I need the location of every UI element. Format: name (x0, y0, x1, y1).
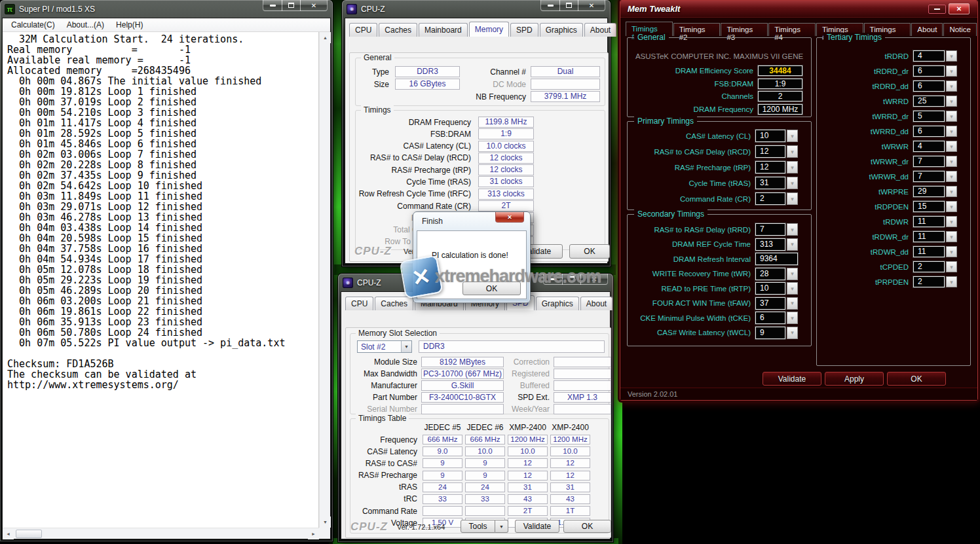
cpuz-tab[interactable]: SPD (510, 23, 538, 37)
timing-value-input[interactable]: 4 (913, 50, 945, 62)
maximize-button[interactable] (559, 0, 578, 11)
scroll-down-icon[interactable] (320, 517, 331, 528)
apply-button[interactable]: Apply (825, 372, 884, 386)
maximize-button[interactable] (282, 0, 301, 11)
timing-value-input[interactable]: 2 (755, 192, 785, 205)
spinner-down-icon[interactable] (946, 81, 957, 92)
menu-item[interactable]: Help(H) (110, 19, 149, 31)
timing-value-input[interactable]: 6 (913, 81, 945, 92)
timing-value-input[interactable]: 2 (913, 276, 945, 287)
spinner-down-icon[interactable] (787, 238, 798, 251)
timing-value-input[interactable]: 6 (755, 312, 785, 324)
timing-value-input[interactable]: 313 (755, 238, 785, 251)
cpuz-tab[interactable]: CPU (345, 297, 373, 310)
memtweakit-tab[interactable]: Notice (943, 23, 977, 36)
timing-value-input[interactable]: 11 (913, 246, 945, 257)
maximize-button[interactable] (562, 274, 581, 285)
spinner-down-icon[interactable] (946, 156, 957, 167)
memtweakit-tab[interactable]: Timings #2 (673, 23, 721, 36)
timing-value-input[interactable]: 6 (913, 65, 945, 77)
timing-value-input[interactable]: 9 (755, 327, 785, 339)
timing-value-input[interactable]: 11 (913, 231, 945, 242)
spinner-down-icon[interactable] (946, 126, 957, 137)
timing-value-input[interactable]: 5 (913, 111, 945, 122)
scroll-right-icon[interactable] (308, 528, 319, 539)
minimize-button[interactable] (540, 0, 560, 11)
close-button close-icon[interactable] (495, 212, 524, 223)
scroll-up-icon[interactable] (320, 32, 331, 43)
spinner-down-icon[interactable] (946, 201, 957, 212)
cpuz-tab[interactable]: About (580, 297, 612, 310)
spinner-down-icon[interactable] (787, 223, 798, 236)
spinner-down-icon[interactable] (946, 65, 957, 77)
spinner-down-icon[interactable] (787, 161, 798, 173)
spinner-down-icon[interactable] (946, 276, 957, 287)
cpuz-tab[interactable]: Mainboard (419, 23, 468, 37)
timing-value-input[interactable]: 11 (913, 216, 945, 227)
timing-value-input[interactable]: 31 (755, 177, 785, 189)
cpuz-tab[interactable]: CPU (349, 23, 377, 37)
close-button close-icon[interactable] (949, 3, 970, 14)
close-button close-icon[interactable] (580, 274, 608, 285)
vertical-scrollbar[interactable] (319, 32, 330, 528)
timing-value-input[interactable]: 10 (755, 282, 785, 295)
cpuz-tab[interactable]: Caches (379, 23, 417, 37)
close-button close-icon[interactable] (300, 0, 328, 11)
ok-button[interactable]: OK (462, 281, 521, 295)
close-button close-icon[interactable] (578, 0, 605, 11)
timing-value-input[interactable]: 29 (913, 186, 945, 197)
timing-value-input[interactable]: 25 (913, 96, 945, 107)
memtweakit-tab[interactable]: About (911, 23, 943, 36)
spinner-down-icon[interactable] (787, 192, 798, 205)
timing-value-input[interactable]: 37 (755, 297, 785, 310)
cpuz-tab[interactable]: Memory (469, 22, 509, 37)
timing-value-input[interactable]: 12 (755, 161, 785, 173)
timing-value-input[interactable]: 15 (913, 201, 945, 212)
memtweakit-tab[interactable]: Timings #3 (721, 23, 768, 36)
validate-button[interactable]: Validate (763, 372, 821, 386)
minimize-button minimize-icon[interactable] (928, 5, 946, 14)
spinner-down-icon[interactable] (787, 312, 798, 324)
timing-value-input[interactable]: 4 (913, 141, 945, 152)
tools-button[interactable]: Tools (461, 520, 495, 533)
menu-item[interactable]: About...(A) (61, 19, 110, 31)
timing-value-input[interactable]: 12 (755, 145, 785, 158)
spinner-down-icon[interactable] (946, 261, 957, 272)
chevron-down-icon[interactable] (401, 341, 411, 352)
spinner-down-icon[interactable] (946, 141, 957, 152)
menu-item[interactable]: Calculate(C) (5, 19, 61, 31)
timing-value-input[interactable]: 2 (913, 261, 945, 272)
spinner-down-icon[interactable] (787, 297, 798, 310)
spinner-down-icon[interactable] (946, 231, 957, 242)
spinner-down-icon[interactable] (946, 96, 957, 107)
cpuz-tab[interactable]: Graphics (540, 23, 583, 37)
timing-value-input[interactable]: 28 (755, 268, 785, 280)
memtweakit-titlebar[interactable]: Mem TweakIt (620, 1, 977, 18)
slot-select-dropdown[interactable]: Slot #2 (357, 340, 412, 353)
spinner-down-icon[interactable] (787, 177, 798, 189)
validate-button[interactable]: Validate (515, 520, 559, 533)
memtweakit-tab[interactable]: Timings #4 (768, 23, 816, 36)
spinner-down-icon[interactable] (787, 145, 798, 158)
spinner-down-icon[interactable] (946, 246, 957, 257)
spinner-down-icon[interactable] (946, 216, 957, 227)
spinner-down-icon[interactable] (946, 111, 957, 122)
ok-button[interactable]: OK (569, 244, 610, 259)
cpuz-tab[interactable]: About (584, 23, 616, 37)
horizontal-scrollbar[interactable] (3, 528, 319, 539)
timing-value-input[interactable]: 7 (913, 171, 945, 182)
timing-value-input[interactable]: 7 (913, 156, 945, 167)
spinner-down-icon[interactable] (787, 282, 798, 295)
spinner-down-icon[interactable] (787, 130, 798, 142)
cpuz-tab[interactable]: Graphics (536, 297, 579, 310)
timing-value-input[interactable]: 7 (755, 223, 785, 236)
spinner-down-icon[interactable] (787, 268, 798, 280)
tools-dropdown-icon[interactable] (495, 520, 508, 533)
timing-value-input[interactable]: 9364 (755, 253, 798, 265)
spinner-down-icon[interactable] (787, 327, 798, 339)
ok-button[interactable]: OK (887, 372, 946, 386)
scrollbar-thumb[interactable] (16, 530, 42, 538)
spinner-down-icon[interactable] (946, 186, 957, 197)
spinner-down-icon[interactable] (946, 50, 957, 62)
spinner-down-icon[interactable] (946, 171, 957, 182)
